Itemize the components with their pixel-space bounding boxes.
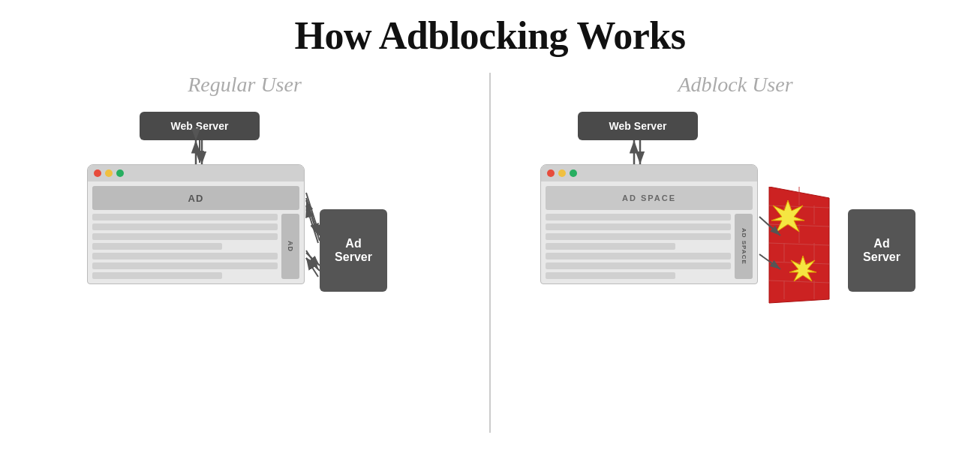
dot-green	[116, 170, 124, 177]
left-content-area: AD	[92, 214, 299, 279]
right-content-line-2	[546, 224, 731, 230]
right-content-line-7	[546, 272, 675, 279]
content-line-7	[92, 272, 222, 279]
right-content-line-1	[546, 214, 731, 220]
left-browser-body: AD AD	[88, 182, 304, 284]
left-diagram: Web Server AD	[80, 112, 410, 412]
left-browser-window: AD AD	[87, 164, 305, 284]
svg-line-12	[306, 193, 320, 236]
adblock-user-label: Adblock User	[678, 73, 792, 97]
right-dot-red	[547, 170, 555, 177]
right-content-line-3	[546, 233, 731, 240]
content-line-2	[92, 224, 278, 230]
content-line-6	[92, 262, 278, 269]
right-browser-body: AD SPACE AD SPACE	[541, 182, 757, 284]
left-web-server: Web Server	[140, 112, 260, 140]
dot-red	[94, 170, 101, 177]
regular-user-label: Regular User	[188, 73, 302, 97]
dot-yellow	[105, 170, 113, 177]
page-title: How Adblocking Works	[0, 0, 980, 65]
right-browser-window: AD SPACE AD SPACE	[540, 164, 758, 284]
regular-user-section: Regular User Web Server AD	[0, 65, 489, 433]
right-browser-titlebar	[541, 165, 757, 182]
right-dot-yellow	[558, 170, 566, 177]
right-sidebar-ad-space: AD SPACE	[735, 214, 753, 279]
right-dot-green	[570, 170, 577, 177]
svg-line-6	[306, 250, 318, 269]
content-line-1	[92, 214, 278, 220]
left-ad-server: Ad Server	[320, 209, 387, 292]
right-ad-server: Ad Server	[848, 209, 915, 292]
left-browser-titlebar	[88, 165, 304, 182]
svg-line-4	[306, 198, 318, 236]
svg-line-13	[306, 200, 320, 241]
svg-line-14	[306, 253, 320, 266]
content-line-5	[92, 253, 278, 260]
content-line-3	[92, 233, 278, 240]
diagrams-row: Regular User Web Server AD	[0, 65, 980, 433]
right-content-line-5	[546, 253, 731, 260]
right-content-line-4	[546, 243, 675, 250]
svg-line-15	[306, 258, 320, 271]
right-content-area: AD SPACE	[546, 214, 753, 279]
right-content-line-6	[546, 262, 731, 269]
adblock-user-section: Adblock User Web Server AD SPACE	[491, 65, 980, 433]
firewall-svg	[762, 187, 837, 307]
left-ad-banner: AD	[92, 186, 299, 210]
svg-line-7	[306, 258, 318, 277]
svg-line-5	[306, 206, 318, 243]
right-content-lines	[546, 214, 731, 279]
left-sidebar-ad: AD	[281, 214, 299, 279]
left-content-lines	[92, 214, 278, 279]
content-line-4	[92, 243, 222, 250]
right-ad-space-banner: AD SPACE	[546, 186, 753, 210]
right-web-server: Web Server	[578, 112, 698, 140]
right-diagram: Web Server AD SPACE	[533, 112, 938, 412]
